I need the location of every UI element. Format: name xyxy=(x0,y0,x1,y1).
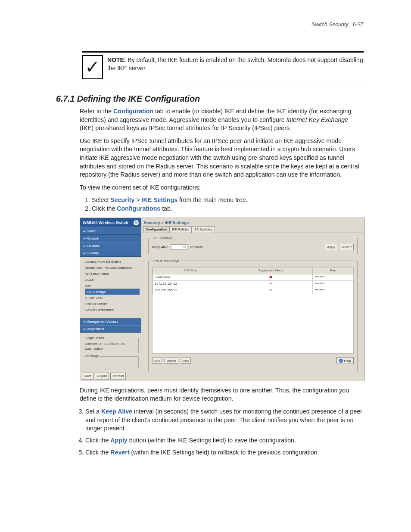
login-legend: Login Details xyxy=(85,336,105,340)
message-legend: Message xyxy=(85,354,100,358)
table-row[interactable]: manhattan✖******** xyxy=(153,274,353,280)
tab-sa-statistics[interactable]: SA Statistics xyxy=(192,226,215,233)
breadcrumb: Security > IKE Settings xyxy=(141,218,364,226)
checkmark-icon: ✓ xyxy=(82,55,103,79)
help-icon: ? xyxy=(339,359,343,363)
note-body: NOTE: By default, the IKE feature is ena… xyxy=(107,55,364,72)
note-text: By default, the IKE feature is enabled o… xyxy=(107,56,363,72)
motorola-logo-icon: M xyxy=(134,220,139,225)
refresh-button[interactable]: Refresh xyxy=(110,373,126,379)
sidebar-item-access-point-detection[interactable]: Access Point Detection xyxy=(85,258,140,264)
page-header: Switch Security 6-37 xyxy=(56,22,364,28)
step-item: Click the Apply button (within the IKE S… xyxy=(85,436,364,445)
app-screenshot: WS5100 Wireless Switch M ▸ Switch▸ Netwo… xyxy=(80,218,365,381)
logout-button[interactable]: Logout xyxy=(95,373,109,379)
revert-button[interactable]: Revert xyxy=(340,244,354,250)
table-row[interactable]: 157.235.124.12✔******** xyxy=(153,281,353,287)
sidebar-item-server-certificates[interactable]: Server Certificates xyxy=(85,307,140,313)
step-item: Click the Revert (within the IKE Setting… xyxy=(85,448,364,457)
step-item: Click the Configurations tab. xyxy=(92,205,364,213)
delete-button[interactable]: Delete xyxy=(165,358,178,364)
nav-item-security[interactable]: ▸ Security xyxy=(80,249,141,257)
sidebar-item-radius-server[interactable]: Radius Server xyxy=(85,301,140,307)
step-item: Select Security > IKE Settings from the … xyxy=(92,196,364,205)
note-block: ✓ NOTE: By default, the IKE feature is e… xyxy=(82,51,364,83)
step-item: Set a Keep Alive interval (in seconds) t… xyxy=(85,408,364,433)
section-heading: 6.7.1 Defining the IKE Configuration xyxy=(56,94,364,104)
col-header: Key xyxy=(313,268,353,274)
sidebar-item-mobile-unit-intrusion-detection[interactable]: Mobile Unit Intrusion Detection xyxy=(85,264,140,271)
keep-alive-input[interactable] xyxy=(171,244,187,250)
help-button[interactable]: ? Help xyxy=(336,357,354,364)
paragraph-2: Use IKE to specify IPSec tunnel attribut… xyxy=(80,137,364,179)
psk-table: IKE PeerAggressive ModeKey manhattan✖***… xyxy=(153,267,353,294)
table-row[interactable]: 192.255.255.12✔******** xyxy=(153,287,353,294)
ike-settings-legend: IKE Settings xyxy=(152,236,174,240)
paragraph-3: To view the current set of IKE configura… xyxy=(80,184,364,192)
add-button[interactable]: Add xyxy=(181,358,191,364)
nav-item-switch[interactable]: ▸ Switch xyxy=(80,227,141,235)
note-label: NOTE: xyxy=(107,56,126,63)
sidebar-item-acls[interactable]: ACLs xyxy=(85,277,140,283)
header-page: 6-37 xyxy=(353,22,364,28)
nav-item-network[interactable]: ▸ Network xyxy=(80,235,141,242)
sidebar-item-ipsec-vpn[interactable]: IPSec VPN xyxy=(85,295,140,301)
nav-item-diagnostics[interactable]: ▸ Diagnostics xyxy=(80,325,141,333)
nav-item-services[interactable]: ▸ Services xyxy=(80,242,141,249)
apply-button[interactable]: Apply xyxy=(325,244,337,250)
keep-alive-label: Keep Alive xyxy=(152,245,168,249)
keep-alive-unit: seconds xyxy=(190,245,203,249)
paragraph-4: During IKE negotiations, peers must iden… xyxy=(80,386,364,403)
sidebar-item-wireless-filters[interactable]: Wireless Filters xyxy=(85,271,140,277)
psk-legend: Pre-shared Keys xyxy=(152,258,181,263)
sidebar-item-nat[interactable]: NAT xyxy=(85,283,140,289)
steps-1-2: Select Security > IKE Settings from the … xyxy=(80,196,364,213)
header-section: Switch Security xyxy=(311,22,348,28)
col-header: IKE Peer xyxy=(153,268,229,274)
configuration-link: Configuration xyxy=(113,108,153,115)
nav-item-management-access[interactable]: ▸ Management Access xyxy=(80,318,141,325)
col-header: Aggressive Mode xyxy=(229,268,313,274)
paragraph-1: Refer to the Configuration tab to enable… xyxy=(80,107,364,133)
edit-button[interactable]: Edit xyxy=(152,358,162,364)
tab-ike-policies[interactable]: IKE Policies xyxy=(169,226,192,233)
steps-3-5: Set a Keep Alive interval (in seconds) t… xyxy=(73,408,364,457)
tab-configuration[interactable]: Configuration xyxy=(143,226,169,233)
sidebar-title: WS5100 Wireless Switch M xyxy=(80,218,141,227)
sidebar-item-ike-settings[interactable]: IKE Settings xyxy=(85,289,140,295)
save-button[interactable]: Save xyxy=(82,373,93,379)
